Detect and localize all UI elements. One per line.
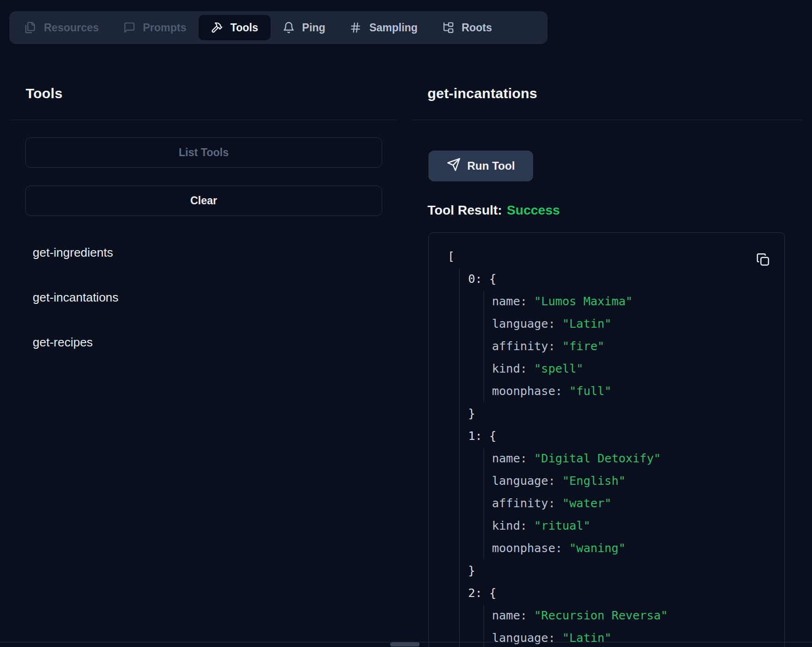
list-tools-button[interactable]: List Tools [25,137,382,168]
tab-resources[interactable]: Resources [12,15,111,40]
tool-list-item-get-recipes[interactable]: get-recipes [33,336,119,349]
tab-label: Sampling [369,22,418,34]
hammer-icon [211,22,223,34]
selected-tool-title: get-incantations [427,86,537,101]
copy-button[interactable] [755,252,770,267]
message-icon [123,22,135,34]
tool-result-json-box: [0: {name: "Lumos Maxima"language: "Lati… [428,232,785,647]
left-panel-title: Tools [26,86,63,101]
run-tool-label: Run Tool [467,159,515,173]
tab-tools[interactable]: Tools [199,15,271,40]
tab-prompts[interactable]: Prompts [111,15,199,40]
bell-icon [283,22,295,34]
tab-label: Prompts [143,22,186,34]
tab-sampling[interactable]: Sampling [337,15,430,40]
clear-button[interactable]: Clear [25,186,382,216]
tab-bar: ResourcesPromptsToolsPingSamplingRoots [9,11,548,44]
send-icon [447,158,461,174]
tool-list-item-get-ingredients[interactable]: get-ingredients [33,246,119,259]
left-panel-divider [10,120,397,120]
tool-list: get-ingredientsget-incantationsget-recip… [33,246,119,381]
run-tool-button[interactable]: Run Tool [428,151,533,181]
tool-result-label: Tool Result: [427,203,502,217]
files-icon [24,22,36,34]
tool-result-line: Tool Result:Success [427,203,560,218]
tool-result-status: Success [507,203,560,217]
tab-ping[interactable]: Ping [271,15,338,40]
json-tree: [0: {name: "Lumos Maxima"language: "Lati… [429,233,784,647]
tab-label: Ping [302,22,326,34]
tab-label: Roots [462,22,492,34]
right-panel-divider [412,120,802,120]
hash-icon [349,22,362,34]
tab-roots[interactable]: Roots [430,15,504,40]
tab-label: Resources [44,22,99,34]
horizontal-scrollbar-thumb[interactable] [390,642,420,647]
copy-icon [756,261,770,268]
tool-list-item-get-incantations[interactable]: get-incantations [33,291,119,304]
tab-label: Tools [230,22,258,34]
tree-icon [442,22,454,34]
